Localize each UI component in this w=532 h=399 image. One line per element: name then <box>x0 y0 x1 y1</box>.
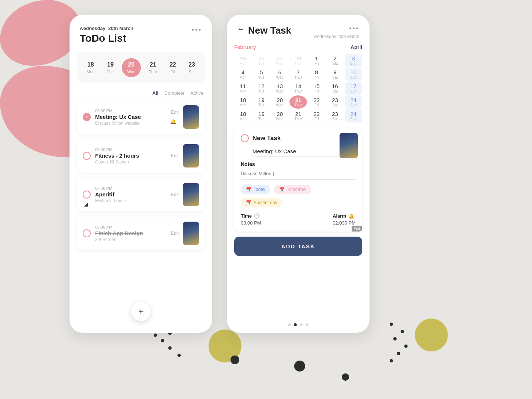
cal-cell-4[interactable]: 4Mon <box>234 68 252 81</box>
today-label: Today <box>254 187 265 192</box>
task-check-2[interactable] <box>83 152 91 160</box>
menu-dots-left[interactable]: ••• <box>192 26 202 34</box>
cal-cell-19b[interactable]: 19Tue <box>252 109 270 123</box>
cal-cell-6[interactable]: 6Wed <box>271 68 289 81</box>
cal-cell-12[interactable]: 12Tue <box>252 82 270 95</box>
add-task-fab[interactable]: + <box>131 302 150 321</box>
cal-cell-13[interactable]: 13Wed <box>271 82 289 95</box>
cal-cell-9[interactable]: 9Sat <box>326 68 344 81</box>
task-time-2: 05:30 PM <box>95 147 166 152</box>
another-day-label: Another day <box>254 200 277 205</box>
cal-cell-3[interactable]: 3Sun <box>345 54 362 67</box>
date-picker: 18 Mon 19 Tue 20 Wed 21 Thur 22 Fri <box>77 52 205 83</box>
task-actions-2: Edit <box>171 153 179 158</box>
cal-cell-27[interactable]: 27Wed <box>271 54 289 67</box>
date-18[interactable]: 18 Mon <box>82 59 99 77</box>
bg-decoration-top-left <box>0 0 80 66</box>
task-edit-2[interactable]: Edit <box>171 153 179 158</box>
back-button[interactable]: ← <box>237 25 244 33</box>
cal-cell-19a[interactable]: 19Tue <box>252 95 270 109</box>
cal-cell-20a[interactable]: 20Wed <box>271 95 289 109</box>
task-info-1: 03:00 PM Meeting: Ux Case Discuss Milton… <box>95 109 166 126</box>
nav-dot-1[interactable] <box>288 323 291 326</box>
cal-cell-28[interactable]: 28Thur <box>289 54 307 67</box>
date-num: 19 <box>107 61 114 68</box>
cal-cell-17[interactable]: 17Sun <box>345 82 362 95</box>
bookmark-icon: ◢ <box>84 201 88 207</box>
filter-all[interactable]: All <box>152 90 158 96</box>
task-img-1 <box>183 105 199 129</box>
new-task-title: New Task <box>248 25 314 36</box>
calendar-month-left[interactable]: February <box>234 44 256 50</box>
cal-cell-10[interactable]: 10Sun <box>345 68 362 81</box>
cal-cell-7[interactable]: 7Thur <box>289 68 307 81</box>
task-check-4[interactable] <box>83 229 91 237</box>
cal-cell-24a[interactable]: 24Sun <box>345 95 362 109</box>
cal-cell-8[interactable]: 8Fri <box>308 68 325 81</box>
cal-cell-26[interactable]: 26Tue <box>252 54 270 67</box>
alarm-value[interactable]: 02:030 PM <box>333 220 356 226</box>
task-check-1[interactable] <box>83 113 91 121</box>
date-22[interactable]: 22 Fri <box>165 59 180 77</box>
cal-cell-18b[interactable]: 18Mon <box>234 109 252 123</box>
task-actions-4: Edit <box>171 231 179 236</box>
nav-dot-3[interactable] <box>300 323 303 326</box>
date-23[interactable]: 23 Sat <box>184 59 199 77</box>
clock-icon: 🕐 <box>254 213 260 219</box>
bottom-nav-dots <box>227 319 370 329</box>
task-bell-1[interactable]: 🔔 <box>170 118 176 124</box>
cal-cell-14[interactable]: 14Thur <box>289 82 307 95</box>
cal-cell-16[interactable]: 16Sat <box>326 82 344 95</box>
nav-dot-2[interactable] <box>294 323 297 326</box>
time-value[interactable]: 03:00 PM <box>241 220 261 226</box>
cal-cell-15[interactable]: 15Fri <box>308 82 325 95</box>
filter-active[interactable]: Active <box>191 90 203 96</box>
date-20-active[interactable]: 20 Wed <box>122 58 141 77</box>
date-num: 21 <box>150 61 156 68</box>
date-19[interactable]: 19 Tue <box>102 59 118 77</box>
large-dot <box>231 355 239 364</box>
task-edit-3[interactable]: Edit <box>171 192 179 197</box>
task-form-img <box>340 133 358 158</box>
cal-cell-21b[interactable]: 21Thur <box>289 109 307 123</box>
task-card-2: 05:30 PM Fitness - 2 hours Coach Jill St… <box>77 139 205 173</box>
cal-cell-20b[interactable]: 20Wed <box>271 109 289 123</box>
another-day-button[interactable]: 📅 Another day <box>241 198 282 207</box>
cal-cell-5[interactable]: 5Tue <box>252 68 270 81</box>
cal-cell-22a[interactable]: 22Fri <box>308 95 325 109</box>
scatter-dot <box>177 354 181 357</box>
date-label: wednesday 20th March <box>80 26 202 31</box>
notes-input[interactable] <box>241 169 356 180</box>
filter-complete[interactable]: Complete <box>164 90 185 96</box>
add-task-button[interactable]: ADD TASK <box>234 237 362 256</box>
task-form-edit-overlay[interactable]: Edit <box>352 226 362 232</box>
alarm-label: Alarm 🔔 <box>333 213 356 219</box>
cal-cell-23b[interactable]: 23Sat <box>326 109 344 123</box>
task-check-3[interactable] <box>83 191 91 199</box>
tomorrow-button[interactable]: 📅 Tomorrow <box>274 185 311 194</box>
task-time-3: 07:30 PM <box>95 186 166 191</box>
scatter-dot <box>397 352 400 355</box>
menu-dots-right[interactable]: ••• <box>349 25 359 33</box>
cal-cell-25[interactable]: 25Mon <box>234 54 252 67</box>
task-edit-1[interactable]: Edit <box>171 110 179 115</box>
cal-cell-22b[interactable]: 22Fri <box>308 109 325 123</box>
cal-cell-1[interactable]: 1Fri <box>308 54 325 67</box>
task-form-radio[interactable] <box>241 134 249 142</box>
date-num: 20 <box>128 61 135 68</box>
task-actions-1: Edit 🔔 <box>170 110 179 124</box>
cal-cell-23a[interactable]: 23Sat <box>326 95 344 109</box>
cal-cell-21-selected[interactable]: 21Thur <box>289 95 307 109</box>
task-sub-1: Discuss Milton website <box>95 121 166 126</box>
date-day: Thur <box>149 69 157 74</box>
calendar-month-right[interactable]: April <box>351 44 362 50</box>
task-edit-4[interactable]: Edit <box>171 231 179 236</box>
cal-cell-18a[interactable]: 18Mon <box>234 95 252 109</box>
date-21[interactable]: 21 Thur <box>145 59 162 77</box>
cal-cell-24b[interactable]: 24Sun <box>345 109 362 123</box>
today-button[interactable]: 📅 Today <box>241 185 270 194</box>
date-day: Wed <box>127 69 135 74</box>
nav-dot-4[interactable] <box>306 323 308 326</box>
cal-cell-11[interactable]: 11Mon <box>234 82 252 95</box>
cal-cell-2[interactable]: 2Sat <box>326 54 344 67</box>
